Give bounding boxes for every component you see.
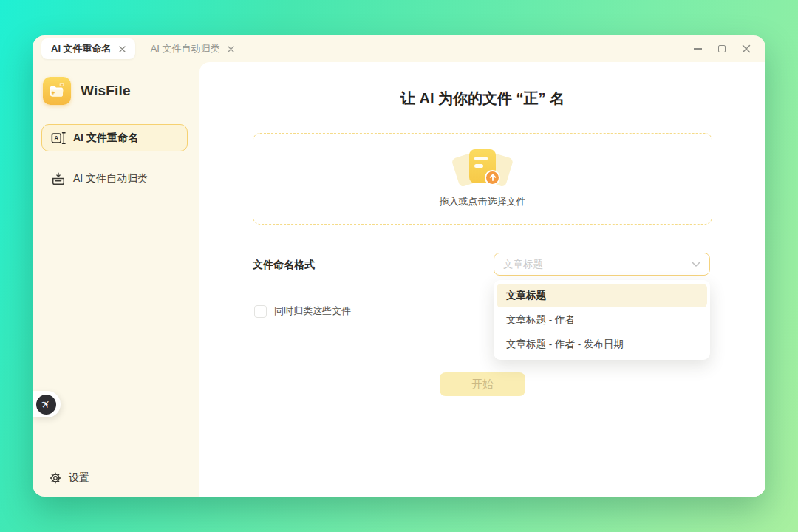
naming-format-dropdown: 文章标题 文章标题 - 作者 文章标题 - 作者 - 发布日期 bbox=[494, 280, 710, 360]
settings-button[interactable]: 设置 bbox=[49, 471, 89, 485]
dropdown-option[interactable]: 文章标题 - 作者 - 发布日期 bbox=[497, 332, 707, 356]
dropdown-option[interactable]: 文章标题 - 作者 bbox=[497, 308, 707, 332]
maximize-icon bbox=[718, 45, 726, 52]
classify-also-label: 同时归类这些文件 bbox=[274, 304, 351, 318]
brand: WisFile bbox=[41, 71, 188, 105]
sidebar: WisFile A AI 文件重命名 bbox=[33, 62, 200, 497]
sidebar-item-label: AI 文件重命名 bbox=[73, 132, 138, 145]
tab-label: AI 文件重命名 bbox=[51, 42, 112, 55]
close-icon bbox=[742, 44, 751, 53]
svg-text:A: A bbox=[54, 135, 58, 142]
settings-label: 设置 bbox=[69, 471, 89, 485]
start-button[interactable]: 开始 bbox=[440, 372, 525, 396]
dropzone-label: 拖入或点击选择文件 bbox=[440, 195, 526, 208]
maximize-button[interactable] bbox=[716, 43, 728, 55]
wisfile-logo-icon bbox=[43, 77, 71, 105]
chevron-down-icon bbox=[692, 262, 700, 267]
rename-icon: A bbox=[51, 131, 66, 146]
file-dropzone[interactable]: 拖入或点击选择文件 bbox=[253, 133, 712, 225]
naming-format-label: 文件命名格式 bbox=[253, 259, 315, 272]
sidebar-item-ai-classify[interactable]: AI 文件自动归类 bbox=[41, 165, 188, 192]
naming-format-select[interactable]: 文章标题 bbox=[494, 253, 710, 276]
tab-close-icon[interactable] bbox=[119, 46, 126, 52]
sidebar-item-ai-rename[interactable]: A AI 文件重命名 bbox=[41, 124, 188, 151]
tab-label: AI 文件自动归类 bbox=[151, 42, 220, 55]
app-window: AI 文件重命名 AI 文件自动归类 bbox=[33, 35, 765, 497]
classify-also-checkbox[interactable] bbox=[254, 305, 267, 318]
classify-also-checkbox-row[interactable]: 同时归类这些文件 bbox=[254, 304, 351, 318]
dropdown-option[interactable]: 文章标题 bbox=[497, 284, 707, 307]
upload-arrow-icon bbox=[485, 170, 500, 185]
sidebar-nav: A AI 文件重命名 AI 文件自动归类 bbox=[41, 124, 188, 192]
main-panel: 让 AI 为你的文件 “正” 名 拖入或点击选择文件 文件命名格式 bbox=[200, 62, 765, 497]
classify-icon bbox=[51, 171, 66, 186]
brand-name: WisFile bbox=[81, 83, 131, 99]
sidebar-item-label: AI 文件自动归类 bbox=[73, 172, 148, 185]
upload-files-icon bbox=[454, 149, 511, 189]
minimize-button[interactable] bbox=[692, 43, 703, 55]
tab-ai-rename[interactable]: AI 文件重命名 bbox=[41, 38, 135, 59]
gear-icon bbox=[49, 471, 62, 485]
close-button[interactable] bbox=[740, 43, 752, 55]
window-controls bbox=[692, 35, 752, 62]
tab-bar: AI 文件重命名 AI 文件自动归类 bbox=[33, 35, 765, 62]
airplane-icon: ✈ bbox=[36, 395, 56, 415]
floating-assistant-pill[interactable]: ✈ bbox=[33, 391, 61, 417]
tab-ai-classify[interactable]: AI 文件自动归类 bbox=[141, 38, 244, 59]
select-value: 文章标题 bbox=[503, 258, 543, 271]
tab-close-icon[interactable] bbox=[228, 46, 234, 52]
minimize-icon bbox=[694, 48, 702, 50]
page-title: 让 AI 为你的文件 “正” 名 bbox=[200, 89, 765, 109]
